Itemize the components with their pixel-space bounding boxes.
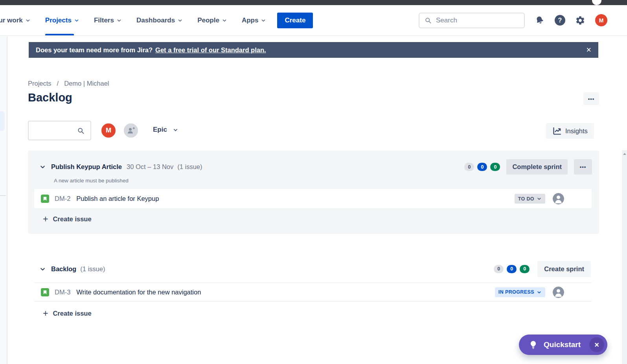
- plus-icon: +: [43, 309, 48, 318]
- assignee-filter-avatars: M: [101, 123, 139, 138]
- lightbulb-icon: [528, 340, 538, 350]
- complete-sprint-button[interactable]: Complete sprint: [506, 159, 568, 175]
- nav-item-filters[interactable]: Filters: [94, 5, 122, 35]
- collapse-chevron-icon[interactable]: [39, 266, 46, 272]
- trial-banner: Does your team need more from Jira? Get …: [29, 42, 598, 58]
- create-issue-label: Create issue: [53, 310, 91, 317]
- status-dropdown[interactable]: TO DO: [515, 194, 545, 204]
- insights-button[interactable]: Insights: [546, 123, 594, 139]
- nav-item-projects[interactable]: Projects: [45, 5, 79, 35]
- sprint-section: Publish Keypup Article 30 Oct – 13 Nov (…: [28, 151, 599, 234]
- sprint-title[interactable]: Publish Keypup Article: [51, 163, 122, 171]
- browser-tab-avatar: [592, 0, 601, 5]
- sidebar-selected-item-edge: [0, 111, 5, 131]
- todo-count-badge: 0: [494, 265, 504, 273]
- search-icon: [424, 17, 432, 24]
- banner-trial-link[interactable]: Get a free trial of our Standard plan.: [155, 46, 266, 54]
- sprint-issue-count: (1 issue): [177, 163, 202, 171]
- filter-search-input[interactable]: [37, 127, 77, 134]
- status-label: IN PROGRESS: [498, 289, 534, 295]
- nav-item-label: People: [197, 17, 219, 24]
- add-people-icon[interactable]: [123, 123, 139, 138]
- nav-item-people[interactable]: People: [197, 5, 227, 35]
- nav-item-dashboards[interactable]: Dashboards: [136, 5, 183, 35]
- help-icon[interactable]: ?: [555, 15, 565, 26]
- breadcrumb-projects[interactable]: Projects: [28, 80, 51, 87]
- search-input[interactable]: [436, 17, 511, 24]
- create-issue-button[interactable]: + Create issue: [43, 215, 599, 224]
- quickstart-label: Quickstart: [544, 340, 581, 349]
- story-type-icon: [41, 195, 49, 203]
- vertical-scrollbar[interactable]: [622, 150, 627, 364]
- chevron-down-icon: [173, 127, 178, 133]
- browser-top-strip: [0, 0, 627, 5]
- page-title: Backlog: [28, 91, 72, 104]
- collapsed-sidebar[interactable]: [0, 36, 7, 364]
- create-issue-button[interactable]: + Create issue: [43, 309, 92, 318]
- issue-summary[interactable]: Publish an article for Keypup: [76, 195, 159, 202]
- nav-item-label: our work: [0, 17, 23, 24]
- plus-icon: +: [43, 215, 48, 224]
- breadcrumb-project-name[interactable]: Demo | Michael: [64, 80, 109, 87]
- backlog-issue-container: DM-3 Write documentation for the new nav…: [34, 283, 592, 301]
- banner-close-icon[interactable]: ×: [586, 46, 591, 54]
- issue-key: DM-2: [55, 195, 70, 202]
- sprint-more-button[interactable]: •••: [574, 159, 592, 175]
- status-label: TO DO: [518, 196, 534, 202]
- backlog-issue-count: (1 issue): [80, 265, 105, 273]
- backlog-header: Backlog (1 issue) 0 0 0 Create sprint: [28, 261, 599, 277]
- scrollbar-up-arrow[interactable]: [623, 153, 626, 155]
- chevron-down-icon: [261, 18, 266, 23]
- sprint-header: Publish Keypup Article 30 Oct – 13 Nov (…: [28, 151, 599, 175]
- notifications-bell-icon[interactable]: [533, 14, 546, 27]
- chevron-down-icon: [74, 18, 79, 23]
- global-search[interactable]: [419, 13, 525, 28]
- backlog-filter-search[interactable]: [28, 121, 91, 140]
- assignee-avatar-icon[interactable]: [553, 193, 564, 204]
- insights-label: Insights: [565, 127, 588, 135]
- quickstart-close-icon[interactable]: ×: [589, 337, 604, 352]
- quickstart-button[interactable]: Quickstart ×: [519, 335, 607, 355]
- assignee-avatar-m[interactable]: M: [101, 123, 116, 138]
- chevron-down-icon: [25, 18, 31, 23]
- issue-row-dm3[interactable]: DM-3 Write documentation for the new nav…: [34, 283, 592, 301]
- issue-row-dm2[interactable]: DM-2 Publish an article for Keypup TO DO: [34, 189, 592, 208]
- chevron-down-icon: [537, 196, 542, 201]
- app-navbar: our work Projects Filters Dashboards Peo…: [0, 5, 627, 36]
- issue-summary[interactable]: Write documentation for the new navigati…: [76, 289, 201, 296]
- story-type-icon: [41, 288, 49, 296]
- collapse-chevron-icon[interactable]: [39, 164, 46, 170]
- sprint-description: A new article must be published: [54, 178, 599, 184]
- breadcrumb-separator: /: [57, 80, 59, 87]
- nav-item-label: Projects: [45, 17, 72, 24]
- chevron-down-icon: [537, 290, 542, 295]
- nav-item-apps[interactable]: Apps: [242, 5, 267, 35]
- chevron-down-icon: [177, 18, 183, 23]
- chevron-down-icon: [116, 18, 122, 23]
- done-count-badge: 0: [520, 265, 530, 273]
- epic-filter-label: Epic: [153, 126, 167, 134]
- chevron-down-icon: [222, 18, 227, 23]
- user-avatar[interactable]: M: [595, 14, 607, 26]
- banner-message: Does your team need more from Jira?: [36, 46, 153, 54]
- issue-key: DM-3: [55, 289, 70, 296]
- page-more-button[interactable]: •••: [583, 92, 599, 105]
- inprogress-count-badge: 0: [507, 265, 517, 273]
- status-dropdown[interactable]: IN PROGRESS: [495, 287, 545, 297]
- nav-item-label: Filters: [94, 17, 114, 24]
- epic-filter-dropdown[interactable]: Epic: [153, 126, 178, 134]
- done-count-badge: 0: [490, 163, 500, 171]
- settings-gear-icon[interactable]: [575, 15, 585, 26]
- nav-item-your-work[interactable]: our work: [0, 5, 31, 35]
- breadcrumb: Projects / Demo | Michael: [28, 80, 109, 87]
- inprogress-count-badge: 0: [477, 163, 487, 171]
- create-button[interactable]: Create: [277, 13, 313, 28]
- create-sprint-button[interactable]: Create sprint: [537, 261, 591, 277]
- insights-chart-icon: [552, 126, 562, 136]
- sprint-dates: 30 Oct – 13 Nov: [127, 163, 173, 171]
- nav-item-label: Apps: [242, 17, 259, 24]
- backlog-title[interactable]: Backlog: [51, 265, 76, 273]
- assignee-avatar-icon[interactable]: [553, 287, 564, 298]
- nav-item-label: Dashboards: [136, 17, 175, 24]
- nav-menu: our work Projects Filters Dashboards Peo…: [0, 5, 266, 35]
